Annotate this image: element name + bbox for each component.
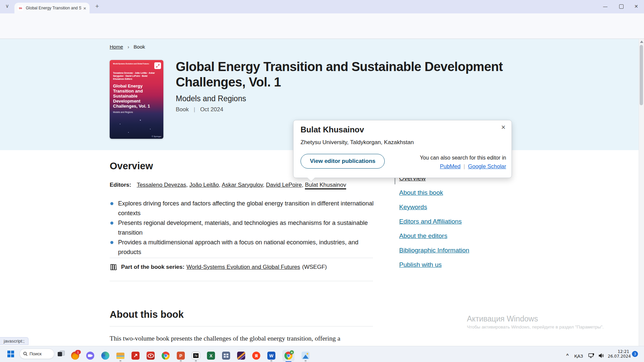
list-item: Presents regional development, materials… [110, 218, 383, 238]
breadcrumb: Home › Book [110, 44, 145, 50]
start-button[interactable] [7, 351, 14, 357]
red-arrow-app-icon[interactable] [131, 352, 140, 360]
7zip-icon[interactable]: 7z [192, 352, 200, 360]
page-subtitle: Models and Regions [176, 94, 246, 103]
calculator-icon[interactable] [222, 352, 230, 360]
tray-date: 26.07.2024 [608, 354, 629, 359]
windows-activation-watermark: Активация Windows [467, 314, 538, 323]
editor-sep: , [302, 182, 305, 188]
divider [110, 326, 373, 326]
volume-icon[interactable] [598, 353, 604, 358]
popup-close-icon[interactable]: × [501, 123, 505, 132]
tab-search-chevron-icon[interactable]: ∨ [5, 3, 9, 9]
editors-row: Editors: Tessaleno Devezas, João Leitão,… [110, 182, 346, 188]
overview-heading: Overview [110, 161, 153, 172]
editor-sep: , [263, 182, 266, 188]
network-icon[interactable] [588, 353, 594, 358]
editor-link[interactable]: Tessaleno Devezas [137, 182, 186, 188]
editor-link-active[interactable]: Bulat Khusainov [305, 182, 346, 189]
design-app-icon[interactable] [237, 352, 245, 360]
editor-link[interactable]: David LePoire [266, 182, 302, 188]
popup-search-links: PubMed|Google Scholar [440, 163, 506, 170]
window-minimize-button[interactable]: — [603, 4, 607, 9]
windows-activation-hint: Чтобы активировать Windows, перейдите в … [467, 324, 604, 329]
highlights-list: Explores driving forces and factors affe… [110, 199, 383, 257]
tab-close-icon[interactable]: × [83, 5, 86, 11]
popup-editor-name: Bulat Khusainov [301, 125, 364, 134]
yandex-browser-icon[interactable]: Я [252, 352, 260, 360]
window-maximize-button[interactable] [619, 4, 624, 9]
window-close-button[interactable]: ✕ [634, 4, 638, 9]
status-bubble: javascript:; [0, 337, 29, 345]
breadcrumb-separator: › [127, 44, 129, 50]
chrome-profile-badge: A [290, 350, 294, 354]
series-link[interactable]: World-Systems Evolution and Global Futur… [186, 264, 300, 270]
list-item: Explores driving forces and factors affe… [110, 199, 383, 218]
springer-favicon-icon: SN [18, 5, 23, 11]
taskbar-icons: 1 [71, 350, 310, 361]
file-explorer-icon[interactable] [116, 352, 124, 360]
breadcrumb-home-link[interactable]: Home [110, 44, 123, 50]
meta-separator: | [194, 106, 195, 113]
new-tab-button[interactable]: + [95, 3, 99, 10]
chrome-active-icon[interactable]: A [282, 350, 294, 361]
taskbar-search[interactable]: Поиск [19, 349, 54, 359]
tray-chevron-icon[interactable]: ^ [566, 353, 569, 358]
popup-search-hint: You can also search for this editor in [420, 155, 506, 161]
nav-about-this-book[interactable]: About this book [399, 189, 469, 196]
photos-app-icon[interactable] [302, 352, 310, 360]
book-series-icon [110, 263, 117, 271]
notification-badge[interactable]: 3 [632, 351, 638, 357]
task-view-icon[interactable] [58, 351, 64, 357]
divider [110, 281, 373, 281]
cover-copyright: © Springer [152, 135, 161, 137]
nav-keywords[interactable]: Keywords [399, 203, 469, 211]
book-cover[interactable]: World-Systems Evolution and Global Futur… [110, 60, 163, 139]
powerpoint-icon[interactable]: P [177, 352, 185, 360]
tray-time: 12:21 [608, 349, 629, 354]
word-icon[interactable]: W [267, 352, 275, 360]
nav-about-the-editors[interactable]: About the editors [399, 232, 469, 240]
browser-tab[interactable]: SN Global Energy Transition and Su × [14, 3, 90, 13]
nav-editors-affiliations[interactable]: Editors and Affiliations [399, 218, 469, 225]
keyboard-layout-indicator[interactable]: ҚАЗ [574, 354, 583, 359]
screen: ∨ SN Global Energy Transition and Su × +… [0, 0, 644, 362]
taskbar-clock[interactable]: 12:21 26.07.2024 [608, 349, 629, 359]
page-title: Global Energy Transition and Sustainable… [176, 59, 531, 90]
google-scholar-link[interactable]: Google Scholar [468, 163, 506, 169]
excel-icon[interactable]: X [207, 352, 215, 360]
chrome-pinned-icon[interactable] [162, 352, 170, 360]
section-nav: Overview About this book Keywords Editor… [399, 175, 469, 276]
popup-caret [307, 174, 315, 182]
editor-link[interactable]: Askar Sarygulov [222, 182, 263, 188]
about-line: This two-volume book presents the challe… [110, 333, 378, 344]
editor-popup: Bulat Khusainov × Zhetysu University, Ta… [293, 120, 512, 178]
book-series-row: Part of the book series: World-Systems E… [110, 263, 327, 271]
scrollbar-thumb[interactable] [640, 45, 643, 105]
taskbar-search-label: Поиск [30, 351, 42, 356]
bullet-dot [110, 202, 113, 205]
view-editor-publications-button[interactable]: View editor publications [301, 154, 385, 169]
scrollbar-up-arrow[interactable] [640, 41, 643, 43]
link-separator: | [464, 163, 465, 169]
series-prefix: Part of the book series: [121, 264, 184, 270]
editor-sep: , [186, 182, 189, 188]
cover-decor-dot [120, 124, 120, 124]
book-meta: Book | Oct 2024 [176, 106, 223, 113]
nav-publish-with-us[interactable]: Publish with us [399, 261, 469, 268]
cover-decor-dot [140, 120, 141, 121]
cover-expand-icon[interactable] [154, 62, 161, 69]
nav-bibliographic-information[interactable]: Bibliographic Information [399, 247, 469, 254]
divider [110, 258, 373, 258]
bullet-dot [110, 241, 113, 244]
about-heading: About this book [110, 309, 184, 320]
series-suffix: (WSEGF) [302, 264, 327, 270]
red-eye-app-icon[interactable] [147, 352, 155, 360]
bookmarks-bar: Все закладки [0, 28, 644, 39]
editor-link[interactable]: João Leitão [190, 182, 219, 188]
edge-browser-icon[interactable] [101, 352, 109, 360]
torch-app-icon[interactable]: 1 [71, 352, 79, 360]
editors-label: Editors: [110, 182, 131, 188]
pubmed-link[interactable]: PubMed [440, 163, 460, 169]
chat-app-icon[interactable] [86, 352, 94, 360]
